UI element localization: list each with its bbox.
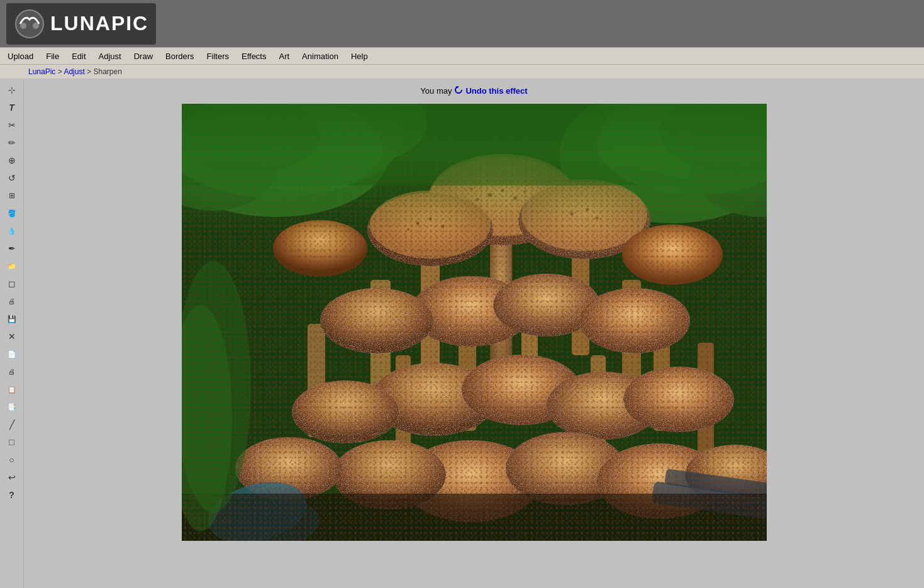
tool-scissors[interactable]: ✂	[3, 117, 21, 133]
undo-prefix: You may	[420, 86, 452, 96]
header: LUNAPIC	[0, 0, 924, 47]
logo-icon	[14, 8, 45, 40]
svg-rect-20	[459, 305, 476, 431]
svg-rect-4	[182, 104, 767, 541]
svg-point-53	[523, 191, 526, 193]
breadcrumb: LunaPic > Adjust > Sharpen	[0, 65, 924, 79]
svg-point-51	[513, 196, 517, 200]
svg-point-44	[506, 432, 625, 505]
svg-point-10	[559, 104, 767, 223]
tool-undo[interactable]: ↩	[3, 469, 21, 485]
image-container	[182, 104, 767, 541]
undo-link[interactable]: Undo this effect	[465, 86, 527, 96]
svg-point-68	[182, 305, 232, 531]
menu-edit[interactable]: Edit	[65, 49, 92, 64]
tool-move[interactable]: ⊹	[3, 82, 21, 98]
svg-point-57	[441, 225, 444, 228]
menu-filters[interactable]: Filters	[201, 49, 235, 64]
menu-help[interactable]: Help	[345, 49, 374, 64]
menubar: Upload File Edit Adjust Draw Borders Fil…	[0, 47, 924, 65]
tool-close[interactable]: ✕	[3, 328, 21, 345]
tool-fill[interactable]: 🪣	[3, 205, 21, 221]
tool-text[interactable]: T	[3, 99, 21, 116]
svg-point-70	[182, 104, 383, 198]
main-layout: ⊹ T ✂ ✏ ⊕ ↺ ⊞ 🪣 💧 ✒ 📁 ◻ 🖨 💾 ✕ 📄 🖨 📋 📑 ╱ …	[0, 79, 924, 588]
breadcrumb-home[interactable]: LunaPic	[28, 67, 55, 76]
tool-pencil[interactable]: ✒	[3, 240, 21, 257]
svg-point-33	[622, 225, 723, 285]
svg-point-29	[370, 191, 491, 258]
svg-point-36	[320, 288, 433, 353]
svg-point-12	[603, 104, 767, 179]
undo-icon	[454, 86, 463, 96]
breadcrumb-sep1: >	[58, 67, 64, 76]
content-area: You may Undo this effect	[24, 79, 924, 588]
tool-brush[interactable]: ✏	[3, 135, 21, 151]
menu-draw[interactable]: Draw	[128, 49, 159, 64]
svg-rect-14	[490, 198, 512, 374]
menu-effects[interactable]: Effects	[235, 49, 273, 64]
tool-zoom[interactable]: ⊕	[3, 152, 21, 169]
svg-point-67	[182, 261, 251, 513]
svg-point-35	[493, 274, 600, 336]
svg-point-5	[182, 104, 389, 217]
tool-grid[interactable]: ⊞	[3, 187, 21, 204]
svg-rect-19	[521, 292, 538, 406]
breadcrumb-parent[interactable]: Adjust	[64, 67, 84, 76]
tool-paste[interactable]: 📑	[3, 399, 21, 415]
tool-line[interactable]: ╱	[3, 416, 21, 433]
svg-point-58	[407, 228, 409, 231]
svg-rect-66	[182, 494, 767, 541]
logo-area[interactable]: LUNAPIC	[6, 3, 156, 45]
tool-folder[interactable]: 📁	[3, 258, 21, 274]
menu-upload[interactable]: Upload	[1, 49, 40, 64]
tool-eyedropper[interactable]: 💧	[3, 223, 21, 239]
svg-point-31	[521, 179, 647, 251]
svg-point-32	[273, 220, 367, 277]
tool-new[interactable]: 📄	[3, 346, 21, 362]
svg-point-73	[660, 104, 767, 173]
tool-save[interactable]: 💾	[3, 311, 21, 327]
menu-animation[interactable]: Animation	[296, 49, 345, 64]
svg-point-56	[428, 218, 431, 221]
menu-adjust[interactable]: Adjust	[92, 49, 128, 64]
svg-rect-24	[396, 355, 411, 462]
svg-point-49	[488, 193, 492, 197]
svg-point-27	[430, 154, 575, 236]
svg-point-72	[597, 104, 767, 195]
svg-point-43	[402, 440, 540, 522]
svg-point-28	[367, 193, 493, 266]
svg-point-26	[427, 157, 578, 245]
svg-point-60	[586, 208, 589, 211]
svg-rect-25	[698, 343, 714, 469]
tool-rotate[interactable]: ↺	[3, 170, 21, 186]
svg-rect-64	[651, 481, 766, 520]
svg-point-71	[182, 104, 320, 173]
svg-point-8	[182, 123, 276, 211]
svg-rect-16	[572, 217, 589, 355]
toolbar: ⊹ T ✂ ✏ ⊕ ↺ ⊞ 🪣 💧 ✒ 📁 ◻ 🖨 💾 ✕ 📄 🖨 📋 📑 ╱ …	[0, 79, 24, 588]
menu-borders[interactable]: Borders	[159, 49, 201, 64]
svg-point-0	[16, 10, 43, 38]
tool-copy[interactable]: 📋	[3, 381, 21, 397]
svg-rect-21	[308, 324, 325, 437]
svg-point-13	[691, 116, 767, 217]
tool-help[interactable]: ?	[3, 487, 21, 503]
tool-rect[interactable]: □	[3, 434, 21, 450]
svg-point-45	[333, 440, 446, 509]
svg-rect-18	[622, 280, 641, 406]
svg-rect-15	[421, 230, 440, 387]
svg-point-7	[213, 104, 402, 192]
tool-ellipse[interactable]: ○	[3, 452, 21, 468]
svg-point-55	[416, 222, 419, 225]
menu-file[interactable]: File	[40, 49, 65, 64]
tool-print[interactable]: 🖨	[3, 363, 21, 380]
breadcrumb-current: Sharpen	[93, 67, 121, 76]
tool-stamp[interactable]: 🖨	[3, 293, 21, 309]
svg-point-2	[33, 23, 39, 29]
svg-point-47	[235, 437, 342, 500]
svg-point-52	[476, 198, 479, 201]
menu-art[interactable]: Art	[272, 49, 296, 64]
tool-eraser[interactable]: ◻	[3, 275, 21, 292]
svg-point-62	[201, 472, 313, 541]
